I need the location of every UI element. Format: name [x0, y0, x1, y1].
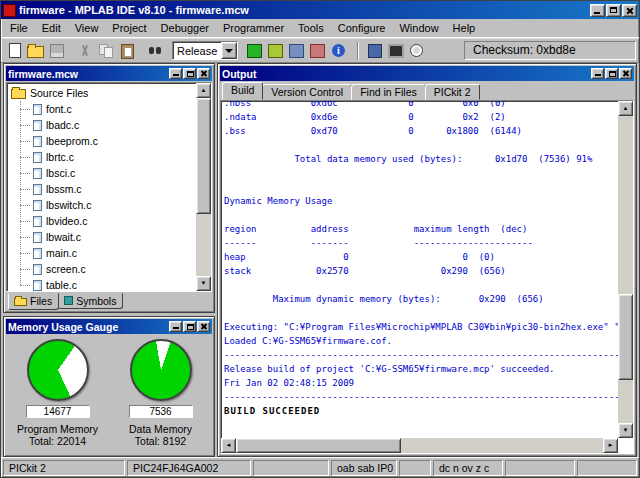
- tree-file-main-c[interactable]: main.c: [11, 245, 196, 261]
- project-window-titlebar[interactable]: firmware.mcw: [6, 66, 212, 81]
- tree-file-lbadc-c[interactable]: lbadc.c: [11, 117, 196, 133]
- menu-edit[interactable]: Edit: [35, 20, 68, 36]
- project-maximize-button[interactable]: [183, 68, 196, 79]
- output-line: [224, 180, 618, 194]
- file-toolbar-group: [4, 42, 67, 59]
- tree-file-lbsci-c[interactable]: lbsci.c: [11, 165, 196, 181]
- scroll-left-button[interactable]: ◄: [221, 438, 236, 453]
- output-window-titlebar[interactable]: Output: [220, 66, 634, 81]
- about-icon[interactable]: [329, 42, 348, 59]
- symbols-tab-icon: [64, 296, 73, 305]
- output-tab-find-in-files[interactable]: Find in Files: [351, 84, 426, 100]
- scroll-right-button[interactable]: ►: [603, 438, 618, 453]
- tree-file-lbeeprom-c[interactable]: lbeeprom.c: [11, 133, 196, 149]
- scrollbar-thumb[interactable]: [618, 294, 633, 380]
- tab-files[interactable]: Files: [8, 293, 59, 310]
- output-tab-pickit-2[interactable]: PICkit 2: [425, 84, 480, 100]
- scroll-down-button[interactable]: ▼: [618, 423, 633, 438]
- gauge-maximize-button[interactable]: [183, 321, 196, 332]
- menu-bar: FileEditViewProjectDebuggerProgrammerToo…: [1, 19, 639, 38]
- menu-tools[interactable]: Tools: [291, 20, 331, 36]
- menu-help[interactable]: Help: [446, 20, 483, 36]
- menu-programmer[interactable]: Programmer: [216, 20, 291, 36]
- project-tree: Source Files font.clbadc.clbeeprom.clbrt…: [7, 83, 196, 291]
- read-target-icon[interactable]: [308, 42, 327, 59]
- menu-debugger[interactable]: Debugger: [154, 20, 216, 36]
- menu-configure[interactable]: Configure: [331, 20, 393, 36]
- build-toolbar-group: [244, 42, 349, 59]
- tab-label: Files: [30, 295, 52, 307]
- scrollbar-track[interactable]: [618, 116, 633, 423]
- scrollbar-track[interactable]: [196, 98, 211, 276]
- tree-file-lbwait-c[interactable]: lbwait.c: [11, 229, 196, 245]
- program-target-icon[interactable]: [287, 42, 306, 59]
- data-memory-total: Total: 8192: [129, 435, 192, 447]
- output-close-button[interactable]: [619, 68, 632, 79]
- gauge-close-button[interactable]: [197, 321, 210, 332]
- source-file-icon: [33, 120, 42, 131]
- tree-file-screen-c[interactable]: screen.c: [11, 261, 196, 277]
- output-line: BUILD SUCCEEDED: [224, 404, 618, 418]
- build-changed-icon[interactable]: [245, 42, 264, 59]
- program-memory-gauge: 14677 Program Memory Total: 22014: [12, 339, 104, 454]
- status-cell-2: [253, 460, 329, 476]
- output-line: Total data memory used (bytes): 0x1d70 (…: [224, 152, 618, 166]
- scroll-up-button[interactable]: ▲: [196, 83, 211, 98]
- menu-project[interactable]: Project: [105, 20, 153, 36]
- scroll-up-button[interactable]: ▲: [618, 101, 633, 116]
- maximize-button[interactable]: [606, 4, 621, 17]
- copy-icon[interactable]: [96, 42, 115, 59]
- find-icon[interactable]: [145, 42, 164, 59]
- project-minimize-button[interactable]: [169, 68, 182, 79]
- save-file-icon[interactable]: [47, 42, 66, 59]
- output-horizontal-scrollbar[interactable]: ◄ ►: [221, 438, 618, 453]
- tab-symbols[interactable]: Symbols: [58, 293, 123, 309]
- device-select-icon[interactable]: [386, 42, 405, 59]
- execute-icon[interactable]: [365, 42, 384, 59]
- title-bar[interactable]: firmware - MPLAB IDE v8.10 - firmware.mc…: [1, 1, 639, 19]
- project-tree-scrollbar[interactable]: ▲ ▼: [196, 83, 211, 291]
- tree-file-font-c[interactable]: font.c: [11, 101, 196, 117]
- maximize-icon: [187, 324, 194, 330]
- paste-icon[interactable]: [117, 42, 136, 59]
- scroll-down-button[interactable]: ▼: [196, 276, 211, 291]
- scrollbar-thumb[interactable]: [236, 438, 401, 453]
- window-title: firmware - MPLAB IDE v8.10 - firmware.mc…: [19, 4, 589, 16]
- output-tab-version-control[interactable]: Version Control: [262, 84, 352, 100]
- debug-toolbar-group: [364, 42, 427, 59]
- memory-gauge-window: Memory Usage Gauge 14677 Program Memory …: [3, 316, 215, 457]
- output-line: .nbss 0xd6c 0 0x0 (0): [224, 100, 618, 110]
- menu-view[interactable]: View: [68, 20, 106, 36]
- output-vertical-scrollbar[interactable]: ▲ ▼: [618, 101, 633, 438]
- build-configuration-select[interactable]: Release: [172, 41, 238, 60]
- tree-file-table-c[interactable]: table.c: [11, 277, 196, 291]
- program-memory-total: Total: 22014: [17, 435, 98, 447]
- build-output-pane[interactable]: .nbss 0xd6c 0 0x0 (0).ndata 0xd6e 0 0x2 …: [220, 100, 634, 454]
- menu-file[interactable]: File: [3, 20, 35, 36]
- output-maximize-button[interactable]: [605, 68, 618, 79]
- build-all-icon[interactable]: [266, 42, 285, 59]
- tree-folder-source-files[interactable]: Source Files: [11, 85, 196, 101]
- minimize-button[interactable]: [590, 4, 605, 17]
- open-file-icon[interactable]: [26, 42, 45, 59]
- tree-file-lbswitch-c[interactable]: lbswitch.c: [11, 197, 196, 213]
- menu-window[interactable]: Window: [392, 20, 445, 36]
- tree-file-lbrtc-c[interactable]: lbrtc.c: [11, 149, 196, 165]
- stopwatch-icon[interactable]: [407, 42, 426, 59]
- tree-file-label: lbvideo.c: [46, 215, 87, 227]
- gauge-minimize-button[interactable]: [169, 321, 182, 332]
- tree-file-lbvideo-c[interactable]: lbvideo.c: [11, 213, 196, 229]
- output-line: ----------------------------------------…: [224, 348, 618, 362]
- scrollbar-thumb[interactable]: [196, 98, 211, 214]
- cut-icon[interactable]: [75, 42, 94, 59]
- combo-dropdown-button[interactable]: [221, 42, 237, 59]
- output-tab-build[interactable]: Build: [222, 82, 263, 100]
- output-minimize-button[interactable]: [591, 68, 604, 79]
- maximize-icon: [610, 7, 617, 13]
- close-button[interactable]: [622, 4, 637, 17]
- scrollbar-track[interactable]: [236, 438, 603, 453]
- new-file-icon[interactable]: [5, 42, 24, 59]
- project-close-button[interactable]: [197, 68, 210, 79]
- gauge-window-titlebar[interactable]: Memory Usage Gauge: [6, 319, 212, 334]
- tree-file-lbssm-c[interactable]: lbssm.c: [11, 181, 196, 197]
